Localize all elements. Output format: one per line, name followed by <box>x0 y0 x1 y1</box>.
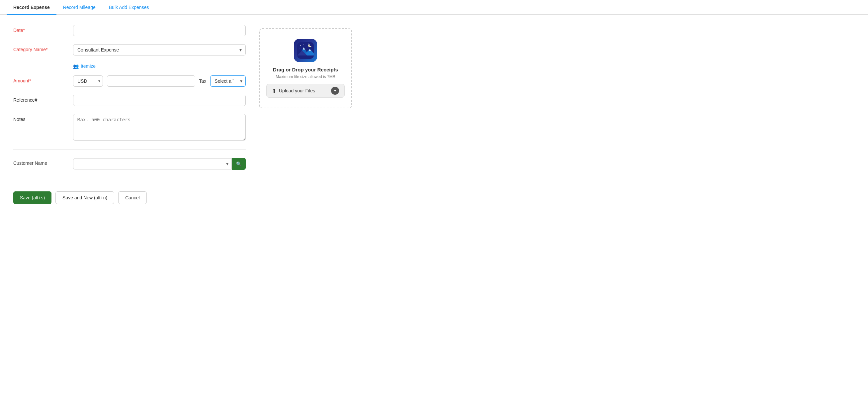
upload-chevron-icon: ▾ <box>334 88 336 93</box>
upload-btn-label: Upload your Files <box>279 88 315 93</box>
svg-point-5 <box>300 49 300 49</box>
reference-row: Reference# <box>13 95 246 106</box>
save-and-new-button[interactable]: Save and New (alt+n) <box>56 192 114 204</box>
category-select-wrap: Consultant Expense Travel Meals Office S… <box>73 44 246 56</box>
category-select[interactable]: Consultant Expense Travel Meals Office S… <box>73 44 246 56</box>
action-buttons: Save (alt+s) Save and New (alt+n) Cancel <box>13 192 246 214</box>
tax-select[interactable]: Select a Tax GST 10% VAT 20% No Tax <box>210 76 246 87</box>
upload-subtitle: Maximum file size allowed is 7MB <box>276 75 335 79</box>
tabs-bar: Record Expense Record Mileage Bulk Add E… <box>0 0 868 15</box>
main-content: Date* 30 Aug 2023 Category Name* Consult… <box>0 15 868 412</box>
reference-input[interactable] <box>73 95 246 106</box>
divider-2 <box>13 178 246 178</box>
customer-label: Customer Name <box>13 158 73 166</box>
amount-group: USD EUR GBP ▾ 100 Tax Select a Tax GST 1… <box>73 76 246 87</box>
notes-row: Notes <box>13 114 246 142</box>
notes-label: Notes <box>13 114 73 122</box>
upload-btn-left: ⬆ Upload your Files <box>272 88 315 94</box>
customer-input-group: ▾ 🔍 <box>73 158 246 170</box>
customer-row: Customer Name ▾ 🔍 <box>13 158 246 170</box>
currency-select-wrap: USD EUR GBP ▾ <box>73 76 103 87</box>
customer-select[interactable] <box>73 158 232 170</box>
date-input[interactable]: 30 Aug 2023 <box>73 25 246 36</box>
date-label: Date* <box>13 25 73 33</box>
category-label: Category Name* <box>13 44 73 52</box>
date-row: Date* 30 Aug 2023 <box>13 25 246 36</box>
upload-chevron-circle: ▾ <box>331 87 339 95</box>
amount-label: Amount* <box>13 76 73 83</box>
tab-record-expense[interactable]: Record Expense <box>7 0 57 15</box>
amount-input[interactable]: 100 <box>107 76 195 87</box>
upload-section: Drag or Drop your Receipts Maximum file … <box>259 28 352 402</box>
cancel-button[interactable]: Cancel <box>118 192 147 204</box>
itemize-label: Itemize <box>81 63 96 69</box>
tax-select-wrap: Select a Tax GST 10% VAT 20% No Tax ▾ <box>210 76 246 87</box>
notes-textarea[interactable] <box>73 114 246 141</box>
reference-label: Reference# <box>13 95 73 103</box>
itemize-button[interactable]: 👥 Itemize <box>73 63 96 69</box>
divider-1 <box>13 149 246 150</box>
upload-title: Drag or Drop your Receipts <box>273 67 338 72</box>
notes-input-wrap <box>73 114 246 142</box>
itemize-row: 👥 Itemize <box>73 63 246 69</box>
itemize-icon: 👥 <box>73 63 79 69</box>
category-dropdown-wrap: Consultant Expense Travel Meals Office S… <box>73 44 246 56</box>
customer-select-wrap: ▾ <box>73 158 232 170</box>
search-icon: 🔍 <box>236 161 242 167</box>
currency-select[interactable]: USD EUR GBP <box>73 76 103 87</box>
date-input-wrap: 30 Aug 2023 <box>73 25 246 36</box>
mountain-icon <box>297 42 314 59</box>
upload-arrow-icon: ⬆ <box>272 88 276 94</box>
category-row: Category Name* Consultant Expense Travel… <box>13 44 246 56</box>
customer-search-button[interactable]: 🔍 <box>232 158 246 170</box>
customer-input-wrap: ▾ 🔍 <box>73 158 246 170</box>
amount-group-wrap: USD EUR GBP ▾ 100 Tax Select a Tax GST 1… <box>73 76 246 87</box>
page-container: Record Expense Record Mileage Bulk Add E… <box>0 0 868 412</box>
tab-record-mileage[interactable]: Record Mileage <box>57 0 102 15</box>
tax-label: Tax <box>199 79 207 84</box>
upload-files-button[interactable]: ⬆ Upload your Files ▾ <box>266 84 345 98</box>
upload-icon-wrap <box>294 39 317 62</box>
reference-input-wrap <box>73 95 246 106</box>
svg-point-1 <box>300 45 301 46</box>
svg-point-2 <box>304 44 304 45</box>
svg-point-7 <box>309 43 312 46</box>
amount-row: Amount* USD EUR GBP ▾ 100 Tax <box>13 76 246 87</box>
save-button[interactable]: Save (alt+s) <box>13 192 52 204</box>
form-section: Date* 30 Aug 2023 Category Name* Consult… <box>13 25 246 402</box>
tab-bulk-add-expenses[interactable]: Bulk Add Expenses <box>102 0 156 15</box>
upload-dropzone[interactable]: Drag or Drop your Receipts Maximum file … <box>259 28 352 108</box>
